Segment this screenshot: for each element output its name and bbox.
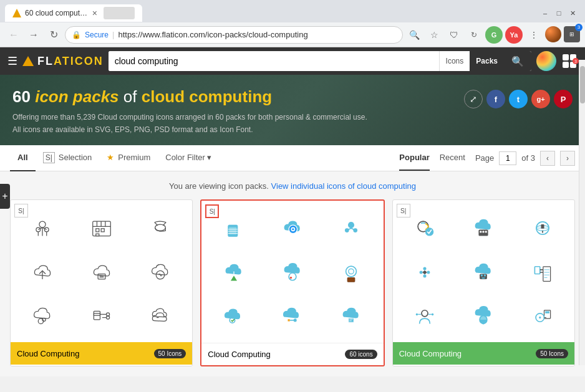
pack-icon-cell [324,211,378,247]
packs-type-tab[interactable]: Packs [470,51,504,71]
pack-icon-cell [324,299,378,335]
search-input[interactable] [109,51,439,71]
secure-icon: 🔒 [72,31,81,39]
yab-icon[interactable]: Ya [505,26,523,44]
filter-tab-all[interactable]: All [10,145,36,171]
refresh-nav-icon[interactable]: ↻ [465,26,483,44]
svg-point-74 [423,270,426,274]
googleplus-button[interactable]: g+ [531,90,550,108]
svg-point-48 [290,277,292,279]
next-page-button[interactable]: › [560,151,575,166]
filter-tab-selection[interactable]: S| Selection [36,145,100,171]
search-nav-icon[interactable]: 🔍 [405,26,423,44]
close-button[interactable]: ✕ [568,8,578,18]
svg-marker-45 [231,275,237,280]
pack-icon-cell [16,210,69,246]
svg-rect-68 [541,224,544,229]
pack-icon-cell [74,298,128,334]
pack-card-1[interactable]: S| [10,199,193,366]
pack-label-bar-2[interactable]: Cloud Computing 60 icons [201,343,383,365]
prev-page-button[interactable]: ‹ [540,151,555,166]
extensions-button[interactable]: ⊞ 3 [564,26,580,42]
address-bar[interactable]: 🔒 Secure | https://www.flaticon.com/icon… [65,26,403,44]
tab-favicon [12,9,21,17]
maximize-button[interactable]: □ [554,8,564,18]
user-avatar[interactable] [536,51,556,71]
svg-point-63 [483,231,485,232]
pack-icon-cell [74,254,128,290]
icons-type-tab[interactable]: Icons [439,51,470,71]
pack-icon-cell [206,211,260,247]
notifications-badge: 3 [573,58,579,64]
hero-section: 60 icon packs of cloud computing Offerin… [0,75,585,145]
menu-hamburger[interactable]: ☰ [7,54,17,68]
scrollbar-thumb[interactable] [580,66,585,103]
pack-card-3[interactable]: S| [392,199,575,366]
svg-point-0 [39,221,46,227]
packs-grid: S| [10,199,575,366]
shield-nav-icon[interactable]: 🛡 [445,26,463,44]
svg-point-29 [106,316,109,319]
sort-recent[interactable]: Recent [440,145,465,171]
pack-icon-cell [457,210,510,246]
pack-icon-cell [457,254,510,290]
pack-label-bar-3[interactable]: Cloud Computing 50 Icons [393,342,574,365]
pack-card-2[interactable]: S| [200,199,384,366]
pack-icon-cell [133,210,187,246]
facebook-button[interactable]: f [486,90,505,108]
svg-rect-53 [288,320,289,322]
extension-icon[interactable]: G [485,26,503,44]
svg-point-95 [432,313,433,315]
forward-button[interactable]: → [25,26,42,44]
pack-icon-cell [16,254,69,290]
pack-label-bar-1[interactable]: Cloud Computing 50 Icons [11,342,192,365]
refresh-button[interactable]: ↻ [45,26,62,44]
twitter-button[interactable]: t [509,90,528,108]
minimize-button[interactable]: – [540,8,550,18]
grid-view-icon[interactable]: 3 [561,53,578,69]
pack-count-1: 50 Icons [154,349,186,358]
menu-icon[interactable]: ⋮ [525,26,543,44]
svg-rect-51 [348,277,355,282]
svg-point-80 [481,274,483,276]
browser-tab[interactable]: 60 cloud computing icon × [5,4,142,22]
page-input[interactable] [499,151,516,165]
svg-point-62 [480,231,481,232]
search-bar: Icons Packs 🔍 [109,51,531,71]
pack-icons-grid-1 [11,205,192,342]
filter-bar: All S| Selection ★ Premium Color Filter … [0,145,585,171]
pack-name-2: Cloud Computing [208,350,270,359]
tab-close-button[interactable]: × [92,8,97,18]
site-logo[interactable]: FLATICON [22,55,104,68]
svg-point-40 [348,222,354,228]
bookmark-icon[interactable]: ☆ [425,26,443,44]
scrollbar[interactable] [579,60,585,365]
svg-point-47 [289,273,296,280]
svg-rect-97 [545,312,549,313]
pack-icon-cell [206,255,260,291]
share-button[interactable]: ⤢ [464,90,483,108]
url-text: https://www.flaticon.com/icon-packs/clou… [118,30,396,39]
sort-popular[interactable]: Popular [399,145,429,171]
filter-tabs: All S| Selection ★ Premium Color Filter … [10,145,575,171]
search-button[interactable]: 🔍 [504,51,531,71]
view-individual-link[interactable]: View individual icons of cloud computing [271,181,416,191]
view-notice: You are viewing icon packs. View individ… [10,181,575,191]
pack-icon-cell [133,298,187,334]
svg-point-94 [416,313,418,315]
avatar[interactable] [545,26,561,42]
add-sidebar-button[interactable]: + [0,184,10,209]
logo-icon [22,56,34,66]
svg-rect-15 [95,234,99,236]
back-button[interactable]: ← [5,26,22,44]
pinterest-button[interactable]: P [554,90,573,108]
filter-tab-color[interactable]: Color Filter ▾ [158,145,219,171]
tab-label: 60 cloud computing icon [25,9,89,17]
hero-title: 60 icon packs of cloud computing [12,87,367,107]
pack-name-3: Cloud Computing [399,349,462,358]
pack-count-2: 60 icons [345,350,377,359]
svg-point-55 [294,319,297,322]
filter-tab-premium[interactable]: ★ Premium [99,145,158,171]
pack-icon-cell [398,210,452,246]
svg-rect-83 [534,266,539,274]
